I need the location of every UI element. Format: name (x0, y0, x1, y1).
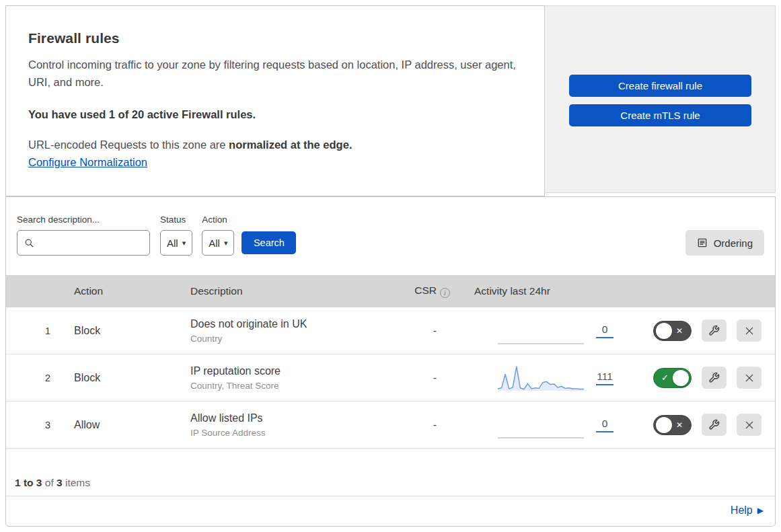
table-header: Action Description CSRi Activity last 24… (6, 275, 775, 307)
page-description: Control incoming traffic to your zone by… (28, 56, 519, 91)
top-section: Firewall rules Control incoming traffic … (5, 5, 776, 196)
search-box[interactable] (17, 230, 150, 256)
wrench-icon (708, 325, 720, 336)
rule-enabled-toggle[interactable]: ✓ ✕ (653, 368, 692, 388)
rule-controls: ✓ ✕ (642, 319, 775, 342)
rule-activity-cell: 0 (459, 316, 642, 346)
normalization-prefix: URL-encoded Requests to this zone are (28, 139, 229, 151)
rule-action: Block (61, 372, 177, 384)
rule-match-fields: Country, Threat Score (190, 381, 398, 391)
check-icon: ✓ (661, 373, 669, 382)
rule-match-fields: IP Source Address (190, 428, 398, 438)
action-label: Action (202, 215, 234, 225)
close-icon (744, 373, 755, 383)
action-filter-group: Action All ▾ (202, 215, 234, 256)
intro-card: Firewall rules Control incoming traffic … (5, 5, 545, 196)
edit-rule-button[interactable] (702, 319, 727, 342)
column-header-action: Action (61, 285, 177, 297)
chevron-down-icon: ▾ (182, 239, 186, 248)
rule-match-fields: Country (190, 334, 398, 344)
rule-priority: 2 (6, 372, 61, 383)
table-row: 2 Block IP reputation score Country, Thr… (6, 354, 775, 402)
normalization-note: URL-encoded Requests to this zone are no… (28, 139, 521, 151)
delete-rule-button[interactable] (737, 414, 761, 436)
rule-activity-cell: 111 (459, 363, 642, 393)
toggle-knob (656, 323, 672, 339)
column-header-csr: CSRi (398, 284, 459, 298)
info-icon[interactable]: i (440, 288, 450, 298)
search-icon (24, 238, 34, 248)
rules-list-card: Search description... Status All ▾ Actio… (5, 196, 776, 527)
ordering-list-icon (697, 237, 708, 248)
rule-description-cell: Does not originate in UK Country (177, 318, 398, 344)
toggle-knob (656, 417, 672, 433)
action-dropdown[interactable]: All ▾ (202, 230, 234, 256)
rule-description: IP reputation score (190, 365, 398, 377)
rule-csr-value: - (398, 372, 459, 384)
items-range: 1 to 3 (15, 477, 42, 488)
delete-rule-button[interactable] (737, 319, 761, 342)
actions-panel: Create firewall rule Create mTLS rule (545, 5, 776, 193)
action-dropdown-value: All (209, 237, 220, 249)
filter-bar: Search description... Status All ▾ Actio… (6, 197, 775, 275)
activity-sparkline (498, 316, 584, 346)
rule-csr-value: - (398, 325, 459, 337)
rule-description-cell: Allow listed IPs IP Source Address (177, 412, 398, 438)
ordering-button[interactable]: Ordering (685, 230, 764, 256)
wrench-icon (708, 419, 720, 430)
rule-enabled-toggle[interactable]: ✓ ✕ (653, 321, 692, 341)
rule-controls: ✓ ✕ (642, 367, 775, 389)
rule-csr-value: - (398, 419, 459, 431)
of-word: of (45, 477, 54, 488)
delete-rule-button[interactable] (737, 367, 761, 389)
usage-summary: You have used 1 of 20 active Firewall ru… (28, 108, 521, 121)
rule-description-cell: IP reputation score Country, Threat Scor… (177, 365, 398, 391)
rule-priority: 1 (6, 325, 61, 336)
search-group: Search description... (17, 215, 150, 256)
activity-count-link[interactable]: 0 (596, 324, 613, 338)
chevron-down-icon: ▾ (224, 239, 228, 248)
rule-action: Allow (61, 419, 177, 431)
rule-priority: 3 (6, 419, 61, 430)
table-row: 3 Allow Allow listed IPs IP Source Addre… (6, 402, 775, 449)
firewall-rules-page: Firewall rules Control incoming traffic … (0, 0, 781, 532)
rule-action: Block (61, 325, 177, 337)
items-word: items (65, 477, 90, 488)
rule-description: Allow listed IPs (190, 412, 398, 424)
configure-normalization-link[interactable]: Configure Normalization (28, 156, 147, 169)
status-dropdown-value: All (167, 237, 178, 249)
status-dropdown[interactable]: All ▾ (160, 230, 192, 256)
wrench-icon (708, 372, 720, 383)
pagination-summary: 1 to 3 of 3 items (6, 449, 775, 496)
search-input[interactable] (40, 237, 174, 249)
help-bar: Help ▶ (6, 496, 775, 525)
toggle-knob (673, 370, 689, 386)
search-label: Search description... (17, 215, 150, 225)
help-label: Help (731, 504, 753, 517)
rule-controls: ✓ ✕ (642, 414, 775, 436)
activity-sparkline (498, 410, 584, 440)
close-icon (744, 420, 755, 430)
create-mtls-rule-button[interactable]: Create mTLS rule (569, 104, 751, 126)
normalization-bold: normalized at the edge. (229, 139, 352, 151)
activity-count-link[interactable]: 111 (596, 371, 613, 385)
status-label: Status (160, 215, 192, 225)
edit-rule-button[interactable] (702, 367, 727, 389)
x-icon: ✕ (676, 420, 683, 428)
items-total: 3 (57, 477, 63, 488)
close-icon (744, 326, 755, 336)
create-firewall-rule-button[interactable]: Create firewall rule (569, 75, 751, 97)
table-row: 1 Block Does not originate in UK Country… (6, 307, 775, 354)
activity-sparkline (498, 363, 584, 393)
arrow-right-icon: ▶ (757, 506, 764, 515)
help-link[interactable]: Help ▶ (731, 504, 764, 517)
edit-rule-button[interactable] (702, 414, 727, 436)
csr-label: CSR (414, 284, 437, 296)
status-filter-group: Status All ▾ (160, 215, 192, 256)
rule-enabled-toggle[interactable]: ✓ ✕ (653, 415, 692, 435)
search-button[interactable]: Search (241, 231, 296, 254)
column-header-activity: Activity last 24hr (459, 285, 642, 297)
activity-count-link[interactable]: 0 (596, 418, 613, 432)
x-icon: ✕ (676, 326, 683, 334)
page-title: Firewall rules (28, 30, 521, 46)
